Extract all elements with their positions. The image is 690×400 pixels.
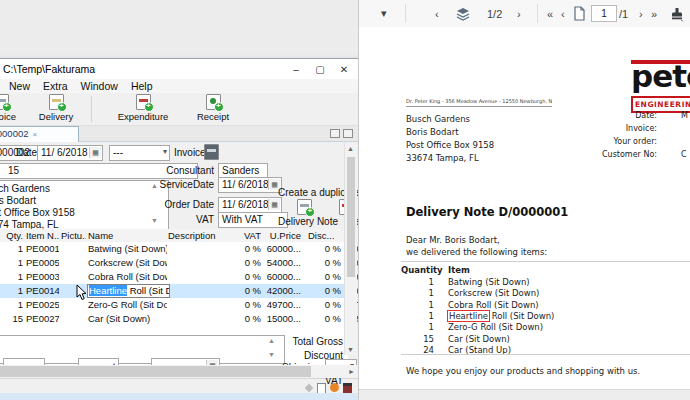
scroll-down-icon[interactable]: ▼ (347, 346, 354, 353)
document-heading: Delivery Note D/0000001 (406, 205, 568, 219)
duplicate-delivery-icon[interactable] (297, 199, 312, 215)
duplicate-delivery-label[interactable]: Delivery Note (278, 216, 338, 227)
title-bar[interactable]: C:\Temp\Fakturama – ▢ ✕ (0, 59, 358, 79)
sender-line: Dr. Peter King - 356 Meadow Avenue - 125… (406, 98, 552, 107)
meta-customer-label: Customer No: (602, 150, 657, 159)
invoice-ref-icon[interactable] (204, 144, 219, 160)
toolbar-invoice-label: Invoice (0, 111, 16, 122)
window-title: C:\Temp\Fakturama (3, 63, 95, 75)
minimize-button[interactable]: – (284, 64, 308, 75)
first-page-icon[interactable]: « (547, 0, 553, 27)
screen: C:\Temp\Fakturama – ▢ ✕ New Extra Window… (0, 0, 690, 400)
col-description[interactable]: Description (168, 230, 226, 241)
date-field[interactable]: 11/ 6/2018▦ (37, 145, 103, 161)
doc-item-qty: 1 (401, 322, 434, 332)
toolbar-expenditure-button[interactable]: Expenditure (103, 94, 183, 124)
table-row[interactable]: 15PE0027Car (Sit Down)0 %15000...0 %225 (0, 312, 348, 326)
main-toolbar: Invoice Delivery Expenditure Receipt (0, 93, 358, 126)
calendar-picker-icon[interactable]: ▦ (268, 199, 280, 210)
menu-window[interactable]: Window (81, 80, 118, 92)
next-layer-icon[interactable]: › (517, 0, 521, 27)
horizontal-scroll-thumb[interactable] (0, 366, 311, 377)
col-discount[interactable]: Disc... (308, 230, 340, 241)
tab-delivery-note[interactable]: D/0000002× (0, 126, 79, 142)
transaction-combo[interactable]: ---▾ (109, 145, 170, 161)
col-name[interactable]: Name (88, 230, 167, 241)
doc-col-item: Item (448, 265, 470, 275)
meta-date-value: M (681, 111, 688, 120)
servicedate-field[interactable]: 11/ 6/2018▦ (218, 177, 282, 193)
last-page-icon[interactable]: » (651, 0, 657, 27)
chevron-down-icon: ▾ (163, 147, 167, 156)
menu-bar: New Extra Window Help (0, 79, 358, 93)
logo-text: peter (631, 61, 690, 92)
toolbar-receipt-label: Receipt (197, 111, 229, 122)
prev-layer-icon[interactable]: ‹ (435, 0, 439, 27)
prev-page-icon[interactable]: ‹ (561, 0, 565, 27)
table-row[interactable]: 1PE0025Zero-G Roll (Sit Do...0 %49700...… (0, 298, 348, 312)
servicedate-label: ServiceDate (134, 179, 214, 190)
col-item[interactable]: Item N... (26, 230, 59, 241)
page-icon (573, 0, 586, 27)
selected-text: Heartline (89, 285, 127, 296)
toolbar-separator (91, 96, 92, 122)
toolbar-invoice-button[interactable]: Invoice (0, 94, 27, 124)
menu-help[interactable]: Help (131, 80, 153, 92)
table-row-selected[interactable]: 1PE0014 Heartline Roll (Sit Dow 0 %42000… (0, 284, 348, 298)
divider (401, 261, 690, 262)
maximize-button[interactable]: ▢ (308, 64, 332, 75)
doc-item-qty: 15 (401, 334, 434, 344)
meta-date-label: Date: (635, 111, 657, 120)
editor-vertical-scrollbar[interactable]: ▲ ▼ (344, 143, 357, 355)
invoice-doc-icon (0, 94, 9, 110)
menu-new[interactable]: New (9, 80, 30, 92)
doc-item-name: Cobra Roll (Sit Down) (448, 300, 539, 310)
table-row[interactable]: 1PE0005Corkscrew (Sit Dow...0 %54000...0… (0, 256, 348, 270)
annotation-box: Heartline (447, 310, 490, 322)
close-button[interactable]: ✕ (332, 64, 356, 75)
salutation: Dear Mr. Boris Bodart, (406, 235, 500, 245)
toolbar-delivery-label: Delivery (39, 111, 73, 122)
view-maximize-icon[interactable] (343, 129, 353, 138)
viewer-toolbar: ▾ ‹ 1/2 › « ‹ /1 › » (359, 0, 690, 28)
toolbar-delivery-button[interactable]: Delivery (29, 94, 83, 124)
toolbar-receipt-button[interactable]: Receipt (187, 94, 239, 124)
recipient-address: Busch Gardens Boris Bodart Post Office B… (406, 113, 494, 165)
col-vat[interactable]: VAT (227, 230, 261, 241)
orderdate-field[interactable]: 11/ 6/2018▦ (218, 197, 282, 213)
layer-count: 1/2 (487, 0, 502, 27)
viewer-background (359, 389, 690, 400)
table-row[interactable]: 1PE0003Cobra Roll (Sit Dow...0 %60000...… (0, 270, 348, 284)
vertical-scroll-thumb[interactable] (347, 157, 355, 277)
scroll-right-icon[interactable]: ► (348, 368, 355, 375)
document-page[interactable]: peter ENGINEERING Dr. Peter King - 356 M… (359, 27, 690, 389)
next-page-icon[interactable]: › (639, 0, 643, 27)
table-row[interactable]: 1PE0001Batwing (Sit Down)0 %60000...0 %6… (0, 242, 348, 256)
date-label: Date (16, 147, 37, 158)
col-uprice[interactable]: U.Price (263, 230, 301, 241)
stamp-icon[interactable] (669, 0, 685, 27)
col-picture[interactable]: Pictu... (61, 230, 86, 241)
meta-customer-value: C (681, 150, 687, 159)
tab-label: D/0000002 (0, 128, 28, 139)
divider (401, 354, 690, 355)
tab-close-icon[interactable]: × (32, 130, 37, 139)
editor-horizontal-scrollbar[interactable]: ► (0, 365, 358, 378)
layers-icon[interactable] (455, 0, 471, 27)
scroll-up-icon[interactable]: ▲ (347, 145, 354, 152)
name-edit-cell[interactable]: Heartline Roll (Sit Dow (87, 284, 170, 298)
view-minimize-icon[interactable] (330, 129, 340, 138)
page-total: /1 (619, 0, 628, 27)
doc-item-name: Batwing (Sit Down) (448, 277, 530, 287)
calendar-picker-icon[interactable]: ▦ (89, 147, 101, 158)
menu-extra[interactable]: Extra (43, 80, 68, 92)
col-qty[interactable]: Qty. (3, 230, 23, 241)
table-header-row[interactable]: Qty. Item N... Pictu... Name Description… (0, 229, 348, 243)
expenditure-doc-icon (136, 94, 151, 110)
chevron-down-icon[interactable]: ▾ (381, 0, 387, 27)
closing-line: We hope you enjoy our products and shopp… (406, 366, 640, 376)
meta-order-label: Your order: (613, 137, 657, 146)
toolbar-separator (405, 4, 406, 23)
page-number-input[interactable] (591, 5, 617, 22)
doc-item-qty: 1 (401, 277, 434, 287)
